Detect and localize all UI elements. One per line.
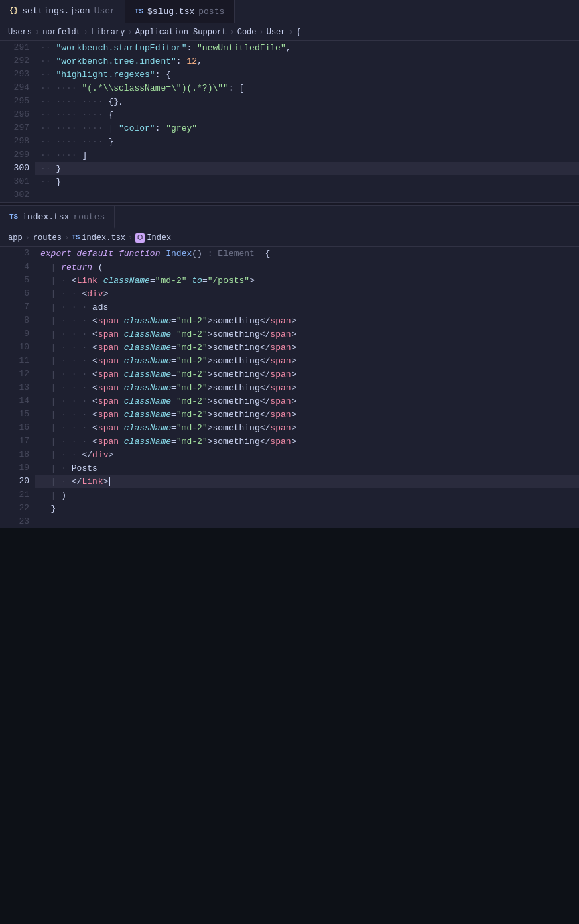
tab-label-slug: $slug.tsx — [147, 7, 194, 17]
panel-1: {} settings.json User TS $slug.tsx posts… — [0, 0, 579, 202]
kw-export: export default function — [40, 249, 166, 259]
ln-12: 12 — [5, 367, 29, 381]
ln-9: 9 — [5, 327, 29, 341]
sep-7: › — [25, 233, 30, 243]
ln-294: 294 — [5, 81, 29, 95]
code-line-302 — [35, 188, 579, 202]
ln-293: 293 — [5, 68, 29, 81]
sep-9: › — [128, 233, 133, 243]
ln-292: 292 — [5, 54, 29, 68]
breadcrumb-app: app — [8, 233, 23, 243]
code-line-301: ·· } — [35, 175, 579, 188]
sep-5: › — [259, 27, 264, 37]
breadcrumb-2: app › routes › TS index.tsx › ⬡ Index — [0, 229, 579, 247]
line-numbers-2: 3 4 5 6 7 8 9 10 11 12 13 14 15 16 17 18… — [0, 247, 35, 528]
code-line-292: ·· "workbench.tree.indent": 12, — [35, 54, 579, 68]
breadcrumb-library: Library — [91, 27, 125, 37]
sep-8: › — [64, 233, 69, 243]
ln-16: 16 — [5, 421, 29, 435]
ln-299: 299 — [5, 148, 29, 162]
tab-settings-json[interactable]: {} settings.json User — [0, 0, 125, 23]
code-line-tsx-5: | · <Link className="md-2" to="/posts"> — [35, 274, 579, 287]
code-line-tsx-22: } — [35, 502, 579, 515]
ln-5: 5 — [5, 274, 29, 287]
breadcrumb-index-fn: ⬡ Index — [135, 233, 171, 243]
code-line-tsx-20: | · </Link> — [35, 475, 579, 488]
ln-8: 8 — [5, 314, 29, 327]
line-numbers-1: 291 292 293 294 295 296 297 298 299 300 … — [0, 41, 35, 202]
ln-14: 14 — [5, 394, 29, 408]
ln-20: 20 — [5, 475, 29, 488]
ts-icon-1: TS — [135, 7, 143, 15]
breadcrumb-code: Code — [237, 27, 257, 37]
code-area-2: 3 4 5 6 7 8 9 10 11 12 13 14 15 16 17 18… — [0, 247, 579, 528]
sep-3: › — [127, 27, 132, 37]
code-line-294: ·· ···· "(.*\\sclassName=\")(.*?)\"": [ — [35, 81, 579, 95]
sep-6: › — [289, 27, 294, 37]
code-line-tsx-18: | · · </div> — [35, 448, 579, 461]
ln-18: 18 — [5, 448, 29, 461]
code-line-tsx-16: | · · · <span className="md-2">something… — [35, 421, 579, 435]
breadcrumb-routes: routes — [33, 233, 62, 243]
ln-301: 301 — [5, 175, 29, 188]
ln-7: 7 — [5, 300, 29, 314]
breadcrumb-brace: { — [296, 27, 301, 37]
code-line-tsx-12: | · · · <span className="md-2">something… — [35, 367, 579, 381]
ln-295: 295 — [5, 95, 29, 108]
code-line-tsx-6: | · · <div> — [35, 287, 579, 300]
tab-index-tsx[interactable]: TS index.tsx routes — [0, 206, 115, 229]
code-line-tsx-3: export default function Index() : Elemen… — [35, 247, 579, 260]
ln-296: 296 — [5, 108, 29, 121]
code-line-tsx-13: | · · · <span className="md-2">something… — [35, 381, 579, 394]
code-line-295: ·· ···· ···· {}, — [35, 95, 579, 108]
code-line-298: ·· ···· ···· } — [35, 135, 579, 148]
tab-slug-tsx[interactable]: TS $slug.tsx posts — [125, 0, 235, 23]
tab-bar-2: TS index.tsx routes — [0, 206, 579, 229]
code-line-300: ·· } — [35, 162, 579, 175]
code-line-299: ·· ···· ] — [35, 148, 579, 162]
ln-298: 298 — [5, 135, 29, 148]
breadcrumb-1: Users › norfeldt › Library › Application… — [0, 23, 579, 41]
breadcrumb-users: Users — [8, 27, 32, 37]
sep-2: › — [84, 27, 88, 37]
tab-sublabel-routes: routes — [73, 212, 105, 222]
sep-4: › — [229, 27, 234, 37]
ts-icon-bc: TS — [72, 234, 80, 241]
ln-21: 21 — [5, 488, 29, 502]
ln-23: 23 — [5, 515, 29, 528]
ln-13: 13 — [5, 381, 29, 394]
breadcrumb-appsupport: Application Support — [135, 27, 227, 37]
ln-4: 4 — [5, 260, 29, 274]
code-line-tsx-7: | · · · ads — [35, 300, 579, 314]
ln-17: 17 — [5, 435, 29, 448]
ln-291: 291 — [5, 41, 29, 54]
ln-15: 15 — [5, 408, 29, 421]
ln-19: 19 — [5, 461, 29, 475]
code-line-tsx-17: | · · · <span className="md-2">something… — [35, 435, 579, 448]
breadcrumb-ts-icon: TS index.tsx — [72, 233, 125, 243]
tab-bar-1: {} settings.json User TS $slug.tsx posts — [0, 0, 579, 23]
ln-10: 10 — [5, 341, 29, 354]
code-line-tsx-11: | · · · <span className="md-2">something… — [35, 354, 579, 367]
sep-1: › — [35, 27, 40, 37]
code-line-293: ·· "highlight.regexes": { — [35, 68, 579, 81]
ln-297: 297 — [5, 121, 29, 135]
ln-6: 6 — [5, 287, 29, 300]
ln-302: 302 — [5, 188, 29, 202]
code-line-291: ·· "workbench.startupEditor": "newUntitl… — [35, 41, 579, 54]
code-line-tsx-19: | · Posts — [35, 461, 579, 475]
panel-2: TS index.tsx routes app › routes › TS in… — [0, 206, 579, 528]
ts-icon-2: TS — [9, 213, 18, 221]
code-line-tsx-4: | return ( — [35, 260, 579, 274]
code-line-296: ·· ···· ···· { — [35, 108, 579, 121]
ln-22: 22 — [5, 502, 29, 515]
element-icon: ⬡ — [135, 233, 145, 243]
tab-sublabel-slug: posts — [198, 7, 224, 17]
code-line-tsx-21: | ) — [35, 488, 579, 502]
code-line-297: ·· ···· ···· | "color": "grey" — [35, 121, 579, 135]
tab-label-settings: settings.json — [22, 6, 90, 16]
code-lines-1: ·· "workbench.startupEditor": "newUntitl… — [35, 41, 579, 202]
ln-3: 3 — [5, 247, 29, 260]
code-area-1: 291 292 293 294 295 296 297 298 299 300 … — [0, 41, 579, 202]
tab-sublabel-settings: User — [94, 6, 115, 16]
